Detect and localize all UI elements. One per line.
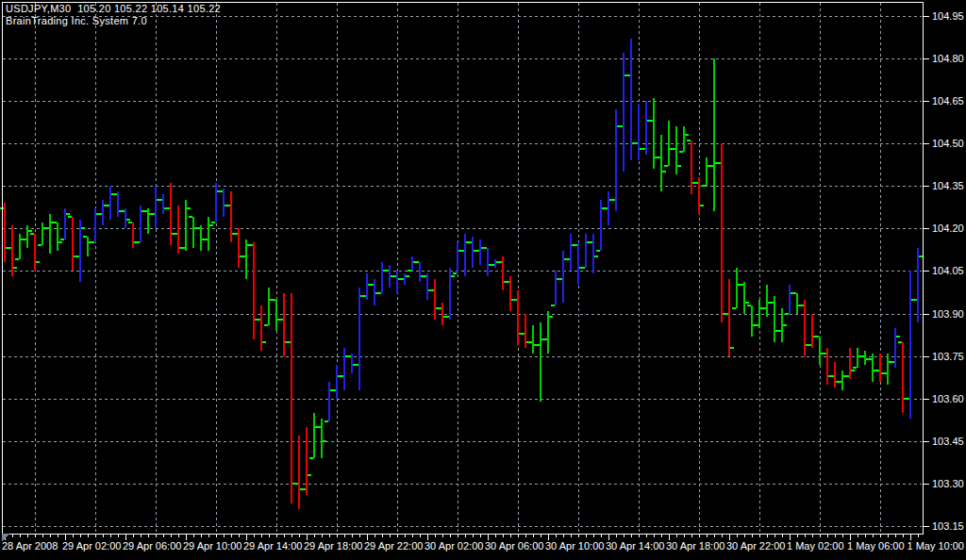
open-tick	[838, 381, 841, 383]
open-tick	[649, 120, 653, 122]
close-tick	[28, 230, 32, 232]
open-tick	[264, 324, 268, 326]
time-axis-label[interactable]: 29 Apr 10:00	[183, 540, 242, 552]
open-tick	[438, 307, 441, 309]
open-tick	[491, 264, 494, 266]
time-axis-label[interactable]: 30 Apr 06:00	[485, 540, 543, 552]
time-axis-label[interactable]: 29 Apr 18:00	[304, 540, 362, 552]
close-tick	[919, 255, 923, 257]
time-axis-label[interactable]: 30 Apr 22:00	[726, 540, 785, 552]
open-tick	[408, 270, 411, 272]
open-tick	[219, 190, 223, 192]
open-tick	[694, 182, 698, 184]
open-tick	[611, 199, 615, 201]
price-axis-label[interactable]: 104.20	[932, 222, 964, 234]
open-tick	[91, 241, 94, 243]
time-axis-label[interactable]: 28 Apr 2008	[2, 540, 58, 552]
open-tick	[604, 207, 608, 209]
price-axis-label[interactable]: 103.60	[932, 393, 964, 404]
price-axis-label[interactable]: 104.80	[932, 53, 964, 64]
time-axis-label[interactable]: 30 Apr 14:00	[606, 540, 664, 552]
time-axis-label[interactable]: 30 Apr 02:00	[425, 540, 483, 552]
close-tick	[323, 440, 326, 442]
price-axis-label[interactable]: 103.15	[932, 520, 964, 532]
open-tick	[483, 247, 487, 249]
open-tick	[15, 258, 19, 260]
price-axis-label[interactable]: 103.75	[932, 351, 964, 362]
open-tick	[581, 267, 585, 269]
open-tick	[294, 483, 298, 485]
open-tick	[815, 336, 819, 338]
close-tick	[451, 275, 455, 277]
time-axis-label[interactable]: 1 May 10:00	[907, 540, 964, 552]
open-tick	[287, 341, 291, 343]
open-tick	[362, 295, 366, 297]
price-axis-label[interactable]: 103.30	[932, 478, 964, 489]
time-axis-label[interactable]: 29 Apr 22:00	[364, 540, 423, 552]
plot-border	[3, 3, 924, 535]
open-tick	[257, 319, 260, 321]
open-tick	[619, 125, 623, 127]
time-axis-label[interactable]: 29 Apr 02:00	[62, 540, 121, 552]
open-tick	[60, 239, 64, 240]
open-tick	[875, 370, 879, 371]
open-tick	[664, 165, 668, 167]
close-tick	[406, 275, 409, 277]
chart-symbol-ohlc-line: USDJPY,M30 105.20 105.22 105.14 105.22	[6, 3, 221, 15]
open-tick	[355, 364, 358, 366]
open-tick	[400, 278, 404, 280]
time-axis-label[interactable]: 1 May 02:00	[787, 540, 844, 552]
open-tick	[189, 216, 192, 218]
close-tick	[896, 336, 900, 338]
close-tick	[187, 207, 191, 209]
open-tick	[762, 307, 766, 309]
indicator-name-line: BrainTrading Inc. System 7.0	[6, 15, 147, 27]
open-tick	[30, 233, 34, 235]
open-tick	[38, 244, 42, 246]
open-tick	[415, 261, 419, 263]
open-tick	[128, 222, 132, 223]
close-tick	[262, 341, 266, 343]
open-tick	[113, 193, 117, 195]
open-tick	[641, 148, 645, 150]
open-tick	[45, 227, 49, 229]
time-axis-label[interactable]: 29 Apr 06:00	[123, 540, 181, 552]
price-axis-label[interactable]: 104.65	[932, 95, 964, 107]
open-tick	[589, 241, 592, 243]
open-tick	[891, 361, 894, 363]
time-axis-label[interactable]: 1 May 06:00	[847, 540, 905, 552]
open-tick	[8, 247, 11, 249]
open-tick	[845, 375, 849, 377]
open-tick	[536, 344, 540, 346]
open-tick	[717, 162, 721, 164]
price-axis-label[interactable]: 104.35	[932, 180, 964, 191]
close-tick	[58, 241, 62, 243]
time-axis-label[interactable]: 30 Apr 10:00	[545, 540, 604, 552]
open-tick	[551, 305, 555, 306]
open-tick	[226, 205, 230, 206]
open-tick	[868, 358, 872, 360]
open-tick	[279, 319, 283, 321]
open-tick	[634, 142, 638, 144]
price-axis-label[interactable]: 103.90	[932, 308, 964, 320]
open-tick	[166, 207, 170, 209]
price-axis-label[interactable]: 104.05	[932, 265, 964, 276]
close-tick	[745, 302, 749, 304]
open-tick	[475, 250, 479, 252]
price-axis-label[interactable]: 103.45	[932, 436, 964, 447]
time-axis-label[interactable]: 30 Apr 18:00	[666, 540, 724, 552]
open-tick	[906, 398, 909, 400]
close-tick	[66, 213, 70, 215]
open-tick	[98, 213, 102, 215]
price-axis-label[interactable]: 104.95	[932, 10, 964, 22]
open-tick	[370, 284, 374, 286]
open-tick	[385, 270, 389, 272]
price-axis-label[interactable]: 104.50	[932, 138, 964, 149]
open-tick	[830, 375, 834, 377]
open-tick	[249, 244, 253, 246]
price-chart-plot[interactable]: 104.95104.80104.65104.50104.35104.20104.…	[0, 0, 966, 560]
open-tick	[740, 284, 743, 286]
open-tick	[83, 236, 87, 238]
time-axis-label[interactable]: 29 Apr 14:00	[243, 540, 302, 552]
open-tick	[913, 299, 917, 301]
